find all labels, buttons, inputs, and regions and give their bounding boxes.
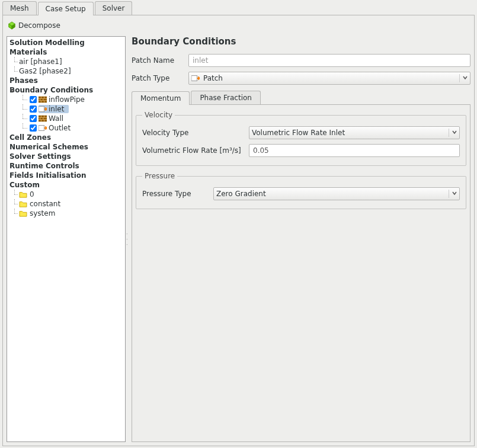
patch-type-label: Patch Type <box>132 74 188 82</box>
tree-bc-checkbox[interactable] <box>30 115 37 122</box>
tree-expander-icon[interactable] <box>9 88 15 94</box>
tree-numerical-schemes[interactable]: Numerical Schemes <box>8 142 124 152</box>
tree-phases[interactable]: Phases <box>8 76 124 85</box>
toolbar: Decompose <box>7 19 470 36</box>
pressure-legend: Pressure <box>142 172 177 180</box>
tab-case-setup[interactable]: Case Setup <box>38 2 94 15</box>
decompose-label: Decompose <box>18 21 60 30</box>
chevron-down-icon <box>459 74 468 82</box>
volumetric-flow-rate-input[interactable] <box>249 144 460 157</box>
page-frame: Decompose Solution Modelling Materials a… <box>2 15 475 446</box>
tree-fields-init[interactable]: Fields Initialisation <box>8 171 124 180</box>
folder-icon <box>19 210 27 217</box>
patch-icon <box>39 124 47 132</box>
tree-materials[interactable]: Materials <box>8 47 124 57</box>
tree-bc-checkbox[interactable] <box>30 105 37 113</box>
pressure-group: Pressure Pressure Type Zero Gradient <box>136 172 466 209</box>
folder-icon <box>19 191 27 198</box>
chevron-down-icon <box>449 190 457 198</box>
tree-bc-item-inlet[interactable]: inlet <box>8 104 124 114</box>
chevron-down-icon <box>449 129 457 137</box>
patch-name-input[interactable] <box>188 54 470 67</box>
velocity-type-combo[interactable]: Volumetric Flow Rate Inlet <box>249 126 460 139</box>
tree-bc-item-inflowpipe[interactable]: inflowPipe <box>8 95 124 104</box>
tree-bc-checkbox[interactable] <box>30 96 37 103</box>
splitter[interactable] <box>126 36 129 442</box>
tree-cell-zones[interactable]: Cell Zones <box>8 133 124 142</box>
tree-panel[interactable]: Solution Modelling Materials air [phase1… <box>7 36 126 442</box>
subtab-phase-fraction[interactable]: Phase Fraction <box>191 91 261 104</box>
tree-solution-modelling[interactable]: Solution Modelling <box>8 38 124 47</box>
tree-material-item[interactable]: air [phase1] <box>8 57 124 66</box>
tree-custom-item[interactable]: system <box>8 209 124 218</box>
tree-custom-item[interactable]: 0 <box>8 190 124 199</box>
pressure-type-label: Pressure Type <box>142 190 213 198</box>
velocity-legend: Velocity <box>142 111 175 119</box>
tree-boundary-conditions[interactable]: Boundary Conditions <box>8 85 124 95</box>
decompose-icon <box>8 21 16 30</box>
wall-icon <box>39 95 47 104</box>
patch-name-label: Patch Name <box>132 56 188 65</box>
tree-runtime-controls[interactable]: Runtime Controls <box>8 161 124 171</box>
subtab-content: Velocity Velocity Type Volumetric Flow R… <box>132 104 470 442</box>
tree-custom-item[interactable]: constant <box>8 199 124 209</box>
decompose-button[interactable]: Decompose <box>8 21 60 30</box>
tree-custom[interactable]: Custom <box>8 180 124 190</box>
tab-mesh[interactable]: Mesh <box>2 1 37 15</box>
tree-bc-checkbox[interactable] <box>30 124 37 132</box>
tree-material-item[interactable]: Gas2 [phase2] <box>8 66 124 76</box>
volumetric-flow-rate-label: Volumetric Flow Rate [m³/s] <box>142 146 249 155</box>
folder-icon <box>19 200 27 207</box>
patch-type-combo[interactable]: Patch <box>188 72 470 85</box>
tree-bc-item-outlet[interactable]: Outlet <box>8 123 124 133</box>
tree-solver-settings[interactable]: Solver Settings <box>8 152 124 161</box>
right-panel: Boundary Conditions Patch Name Patch Typ… <box>129 36 470 442</box>
subtabs: Momentum Phase Fraction <box>132 91 470 104</box>
tree-bc-item-wall[interactable]: Wall <box>8 114 124 123</box>
patch-icon <box>191 74 200 82</box>
patch-icon <box>39 105 47 113</box>
velocity-type-label: Velocity Type <box>142 129 249 137</box>
tab-solver[interactable]: Solver <box>95 1 133 15</box>
main-tabs: Mesh Case Setup Solver <box>0 0 477 15</box>
wall-icon <box>39 114 47 123</box>
velocity-group: Velocity Velocity Type Volumetric Flow R… <box>136 111 466 166</box>
panel-title: Boundary Conditions <box>132 36 470 52</box>
subtab-momentum[interactable]: Momentum <box>132 91 190 105</box>
pressure-type-combo[interactable]: Zero Gradient <box>213 187 460 200</box>
